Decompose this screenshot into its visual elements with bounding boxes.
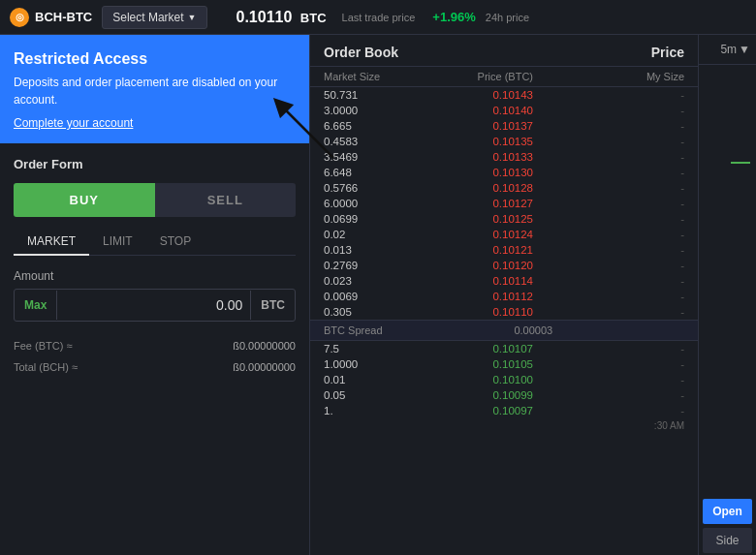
- ask-row[interactable]: 50.731 0.10143 -: [310, 87, 698, 103]
- ask-row[interactable]: 3.0000 0.10140 -: [310, 103, 698, 118]
- amount-field: Max BTC: [14, 289, 296, 322]
- bid-row[interactable]: 0.05 0.10099 -: [310, 387, 698, 403]
- bid-market-size: 1.: [324, 405, 382, 416]
- order-book-panel: Order Book Price Market Size Price (BTC)…: [310, 35, 698, 555]
- ask-row[interactable]: 0.023 0.10114 -: [310, 273, 698, 289]
- side-button[interactable]: Side: [703, 528, 752, 553]
- ask-price: 0.10121: [475, 244, 533, 256]
- ask-my-size: -: [626, 182, 684, 194]
- ask-row[interactable]: 0.4583 0.10135 -: [310, 134, 698, 149]
- ask-row[interactable]: 0.0699 0.10125 -: [310, 211, 698, 227]
- price-change: +1.96%: [432, 10, 475, 24]
- bid-my-size: -: [626, 358, 684, 370]
- buy-sell-tabs: BUY SELL: [14, 183, 296, 217]
- complete-account-link[interactable]: Complete your account: [14, 116, 133, 130]
- select-market-button[interactable]: Select Market ▼: [102, 6, 206, 29]
- bid-my-size: -: [626, 405, 684, 416]
- amount-currency: BTC: [250, 291, 295, 320]
- ask-row[interactable]: 0.5766 0.10128 -: [310, 180, 698, 196]
- ask-row[interactable]: 0.2769 0.10120 -: [310, 258, 698, 273]
- price-period: 24h price: [486, 12, 529, 23]
- spread-label: BTC Spread: [324, 324, 383, 336]
- ask-my-size: -: [626, 291, 684, 302]
- ask-my-size: -: [626, 260, 684, 271]
- trading-pair: ◎ BCH-BTC: [10, 8, 92, 27]
- ask-market-size: 0.2769: [324, 260, 382, 271]
- ask-price: 0.10128: [475, 182, 533, 194]
- header: ◎ BCH-BTC Select Market ▼ 0.10110 BTC La…: [0, 0, 756, 35]
- ask-market-size: 6.0000: [324, 198, 382, 209]
- timeframe-selector[interactable]: 5m ▼: [699, 35, 756, 65]
- timeframe-value: 5m: [720, 43, 737, 56]
- ask-row[interactable]: 6.648 0.10130 -: [310, 165, 698, 180]
- ask-market-size: 6.648: [324, 167, 382, 178]
- ask-price: 0.10110: [475, 306, 533, 318]
- price-panel-label: Price: [651, 45, 684, 60]
- ask-row[interactable]: 0.305 0.10110 -: [310, 304, 698, 320]
- ask-my-size: -: [626, 136, 684, 147]
- ask-market-size: 0.023: [324, 275, 382, 287]
- amount-input[interactable]: [57, 290, 250, 321]
- max-button[interactable]: Max: [15, 291, 57, 320]
- tab-stop[interactable]: STOP: [146, 229, 205, 256]
- ask-price: 0.10140: [475, 105, 533, 116]
- bid-market-size: 7.5: [324, 343, 382, 355]
- ask-my-size: -: [626, 306, 684, 318]
- last-trade-price: 0.10110 BTC: [236, 9, 327, 26]
- ask-my-size: -: [626, 244, 684, 256]
- bid-price: 0.10105: [475, 358, 533, 370]
- open-side-buttons: Open Side: [699, 259, 756, 555]
- ask-row[interactable]: 0.0069 0.10112 -: [310, 289, 698, 304]
- order-book-asks: 50.731 0.10143 - 3.0000 0.10140 - 6.665 …: [310, 87, 698, 320]
- restricted-message: Deposits and order placement are disable…: [14, 74, 296, 108]
- ask-my-size: -: [626, 151, 684, 163]
- restricted-title: Restricted Access: [14, 50, 296, 68]
- ask-row[interactable]: 0.013 0.10121 -: [310, 242, 698, 258]
- ask-market-size: 0.305: [324, 306, 382, 318]
- tab-market[interactable]: MARKET: [14, 229, 89, 256]
- ask-market-size: 6.665: [324, 120, 382, 132]
- tab-limit[interactable]: LIMIT: [89, 229, 146, 256]
- bid-row[interactable]: 0.01 0.10100 -: [310, 372, 698, 387]
- left-panel: Restricted Access Deposits and order pla…: [0, 35, 310, 555]
- ask-price: 0.10143: [475, 89, 533, 101]
- sell-button[interactable]: SELL: [155, 183, 297, 217]
- ask-market-size: 3.5469: [324, 151, 382, 163]
- ask-my-size: -: [626, 120, 684, 132]
- bid-price: 0.10107: [475, 343, 533, 355]
- bid-row[interactable]: 1. 0.10097 -: [310, 403, 698, 418]
- ask-my-size: -: [626, 213, 684, 225]
- bid-row[interactable]: 7.5 0.10107 -: [310, 341, 698, 356]
- col-price: Price (BTC): [475, 71, 533, 82]
- order-form: Order Form BUY SELL MARKET LIMIT STOP Am…: [0, 143, 309, 555]
- bid-row[interactable]: 1.0000 0.10105 -: [310, 356, 698, 372]
- price-chart: [699, 65, 756, 259]
- time-label: :30 AM: [310, 418, 698, 433]
- bid-my-size: -: [626, 389, 684, 401]
- symbol-label: BCH-BTC: [35, 10, 92, 24]
- ask-price: 0.10133: [475, 151, 533, 163]
- buy-button[interactable]: BUY: [14, 183, 155, 217]
- order-book-bids: 7.5 0.10107 - 1.0000 0.10105 - 0.01 0.10…: [310, 341, 698, 418]
- ask-market-size: 0.013: [324, 244, 382, 256]
- ask-row[interactable]: 6.0000 0.10127 -: [310, 196, 698, 211]
- bid-price: 0.10100: [475, 374, 533, 385]
- fee-row: Fee (BTC) ≈ ß0.00000000: [14, 335, 296, 356]
- ask-my-size: -: [626, 105, 684, 116]
- ask-row[interactable]: 3.5469 0.10133 -: [310, 149, 698, 165]
- ask-row[interactable]: 6.665 0.10137 -: [310, 118, 698, 134]
- ask-my-size: -: [626, 198, 684, 209]
- timeframe-chevron: ▼: [739, 43, 750, 56]
- ask-market-size: 0.02: [324, 229, 382, 240]
- order-form-title: Order Form: [14, 157, 296, 171]
- bid-market-size: 1.0000: [324, 358, 382, 370]
- ask-my-size: -: [626, 89, 684, 101]
- ask-row[interactable]: 0.02 0.10124 -: [310, 227, 698, 242]
- ask-my-size: -: [626, 275, 684, 287]
- open-button[interactable]: Open: [703, 499, 752, 524]
- order-type-tabs: MARKET LIMIT STOP: [14, 229, 296, 256]
- ask-price: 0.10125: [475, 213, 533, 225]
- total-value: ß0.00000000: [233, 361, 296, 373]
- ask-price: 0.10124: [475, 229, 533, 240]
- ask-market-size: 50.731: [324, 89, 382, 101]
